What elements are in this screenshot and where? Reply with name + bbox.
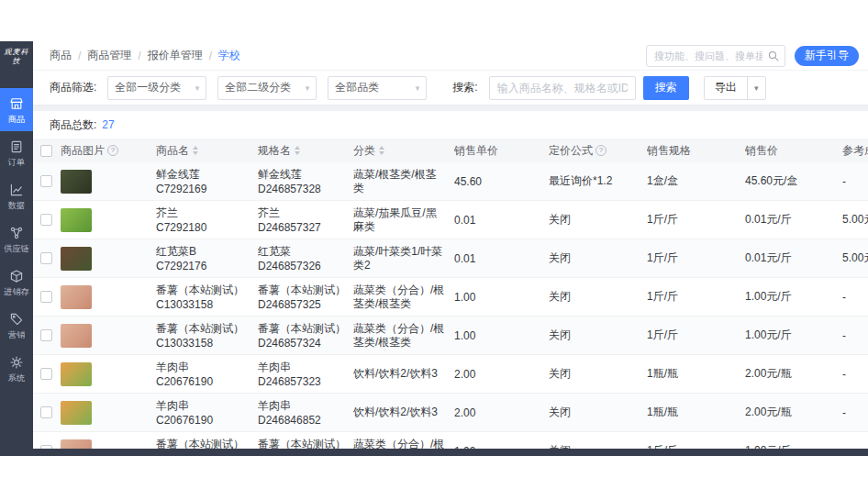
filter-select-value: 全部一级分类 [115,80,181,95]
row-checkbox[interactable] [40,406,52,418]
sidebar-item-进销存[interactable]: 进销存 [0,261,33,304]
sidebar-item-营销[interactable]: 营销 [0,304,33,347]
product-name: 鲜金线莲 [156,168,200,181]
product-image[interactable] [61,439,92,450]
spec-id: D246857325 [258,298,321,311]
product-id: C7292180 [156,221,206,234]
product-image[interactable] [61,324,92,348]
ref-cost: - [842,291,868,304]
filter-select-1[interactable]: 全部一级分类▾ [107,76,206,100]
table-row: 芥兰C7292180芥兰D246857327蔬菜/茄果瓜豆/黑麻类0.01关闭1… [33,201,868,239]
product-image[interactable] [61,208,92,232]
spec-name: 番薯（本站测试） [258,322,346,335]
guide-button[interactable]: 新手引导 [795,46,859,66]
product-search-input[interactable] [489,76,636,100]
sale-price: 1.00元/斤 [745,289,842,305]
spec-id: D246857324 [258,337,321,350]
product-table: 商品图片?商品名规格名分类销售单价定价公式?销售规格销售价参考成 鲜金线莲C72… [33,139,868,449]
gear-icon [9,355,24,370]
category: 蔬菜类（分合）/根茎类/根茎类 [353,438,454,450]
row-checkbox[interactable] [40,368,52,380]
sale-price: 0.01元/斤 [745,212,842,228]
product-id: C20676190 [156,414,213,427]
sidebar-item-商品[interactable]: 商品 [0,88,33,131]
search-button[interactable]: 搜索 [643,76,689,100]
ref-cost: - [842,175,868,188]
global-search[interactable] [646,45,785,67]
sidebar-item-数据[interactable]: 数据 [0,174,33,217]
product-image[interactable] [61,285,92,309]
sidebar-item-订单[interactable]: 订单 [0,131,33,174]
chevron-down-icon: ▾ [306,83,310,93]
column-header[interactable]: 参考成 [842,143,868,159]
column-header[interactable]: 分类 [353,143,454,159]
search-icon[interactable] [767,50,780,62]
row-checkbox[interactable] [40,175,52,187]
product-name: 芥兰 [156,206,178,219]
sort-icon[interactable] [193,146,198,155]
sidebar-item-label: 数据 [8,200,25,209]
product-name: 羊肉串 [156,361,189,373]
help-icon[interactable]: ? [107,145,118,156]
column-header[interactable]: 定价公式? [549,143,647,159]
breadcrumb-item[interactable]: 商品管理 [87,48,131,63]
category: 蔬菜类（分合）/根茎类/根茎类 [353,322,454,350]
filter-select-value: 全部二级分类 [225,80,291,95]
category: 蔬菜/茄果瓜豆/黑麻类 [353,206,454,234]
help-icon[interactable]: ? [595,145,606,156]
product-image[interactable] [61,401,92,425]
spec-name: 羊肉串 [258,399,291,412]
filter-select-3[interactable]: 全部品类▾ [328,76,427,100]
column-header[interactable]: 商品名 [156,143,258,159]
breadcrumb-item[interactable]: 商品 [50,48,72,63]
product-image[interactable] [61,247,92,271]
column-header[interactable]: 商品图片? [61,143,156,159]
product-image[interactable] [61,362,92,386]
breadcrumb-separator: / [138,50,140,62]
pricing-formula: 关闭 [549,405,647,420]
product-image[interactable] [61,170,92,194]
product-name: 红苋菜B [156,245,196,258]
app-window: 观麦科技 商品订单数据供应链进销存营销系统 商品/商品管理/报价单管理/学校 新… [0,41,868,449]
column-header[interactable]: 销售规格 [647,143,745,159]
filter-select-2[interactable]: 全部二级分类▾ [217,76,317,100]
sidebar: 观麦科技 商品订单数据供应链进销存营销系统 [0,41,33,449]
export-button[interactable]: 导出 [705,77,747,99]
spec-id: D246857327 [258,221,321,234]
breadcrumb-item[interactable]: 报价单管理 [148,48,203,63]
product-name: 羊肉串 [156,399,189,412]
global-search-input[interactable] [647,46,785,66]
sort-icon[interactable] [295,146,300,155]
sale-spec: 1斤/斤 [647,212,745,228]
chain-icon [9,226,24,240]
breadcrumb-item[interactable]: 学校 [218,48,240,63]
unit-price: 45.60 [454,175,549,188]
breadcrumb-separator: / [78,50,81,62]
sidebar-item-系统[interactable]: 系统 [0,347,33,390]
topbar-right: 新手引导 [646,45,859,67]
breadcrumb: 商品/商品管理/报价单管理/学校 [50,48,240,63]
sale-price: 2.00元/瓶 [745,405,842,420]
table-row: 羊肉串C20676190羊肉串D246857323饮料/饮料2/饮料32.00关… [33,355,868,394]
export-dropdown-button[interactable]: ▾ [747,77,765,99]
sidebar-item-供应链[interactable]: 供应链 [0,217,33,261]
row-checkbox[interactable] [40,252,52,264]
row-checkbox[interactable] [40,329,52,341]
product-id: C13033158 [156,298,213,311]
sidebar-item-label: 供应链 [4,243,29,252]
table-row: 番薯（本站测试）C13033158番薯（本站测试）D246857324蔬菜类（分… [33,317,868,355]
summary-count: 27 [102,118,114,131]
box-icon [9,269,24,283]
column-header[interactable]: 规格名 [258,143,353,159]
row-checkbox[interactable] [40,214,52,226]
select-all-checkbox[interactable] [40,145,52,157]
sort-icon[interactable] [379,146,384,155]
sale-price: 1.00元/斤 [745,328,842,343]
column-header[interactable]: 销售价 [745,143,842,159]
row-checkbox[interactable] [40,291,52,303]
spec-name: 羊肉串 [258,361,291,373]
column-header[interactable]: 销售单价 [454,143,549,159]
sidebar-nav: 商品订单数据供应链进销存营销系统 [0,88,33,390]
pricing-formula: 关闭 [549,250,647,266]
category: 蔬菜/根茎类/根茎类 [353,168,454,195]
